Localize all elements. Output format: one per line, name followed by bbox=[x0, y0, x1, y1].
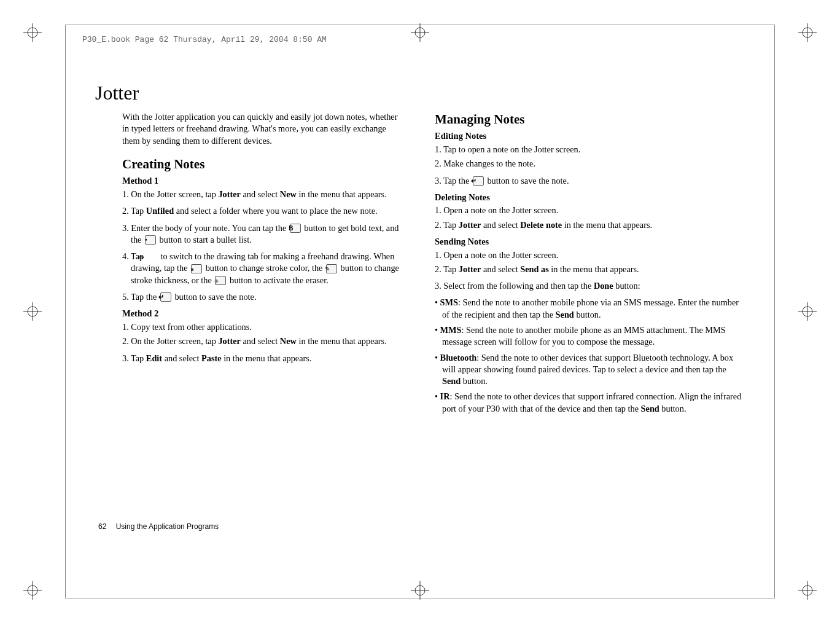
crop-mark-icon bbox=[798, 302, 817, 321]
step-text: 2. Make changes to the note. bbox=[435, 158, 745, 170]
text: and select bbox=[481, 220, 520, 230]
heading-creating-notes: Creating Notes bbox=[122, 155, 405, 173]
page-number: 62 bbox=[98, 522, 106, 531]
ui-ref-jotter: Jotter bbox=[218, 336, 241, 346]
text: and select bbox=[481, 264, 520, 274]
ui-ref-send-as: Send as bbox=[520, 264, 549, 274]
ui-ref-delete-note: Delete note bbox=[520, 220, 562, 230]
heading-editing-notes: Editing Notes bbox=[435, 130, 745, 143]
step-text: 1. Open a note on the Jotter screen. bbox=[435, 205, 745, 216]
text: 3. Select from the following and then ta… bbox=[435, 281, 594, 291]
bullet-button-icon bbox=[145, 235, 156, 245]
text: : Send the note to other devices that su… bbox=[442, 353, 733, 374]
ui-ref-jotter: Jotter bbox=[459, 220, 481, 230]
text: button. bbox=[461, 376, 488, 386]
text: 2. Tap bbox=[435, 220, 459, 230]
text: : Send the note to other devices that su… bbox=[442, 391, 741, 413]
ui-ref-send: Send bbox=[641, 404, 659, 413]
text: and select bbox=[162, 353, 201, 363]
intro-paragraph: With the Jotter application you can quic… bbox=[122, 111, 405, 147]
header-stamp: P30_E.book Page 62 Thursday, April 29, 2… bbox=[82, 35, 327, 44]
text: in the menu that appears. bbox=[549, 264, 639, 274]
text: button to start a bullet list. bbox=[157, 235, 252, 245]
crop-mark-icon bbox=[23, 302, 42, 321]
text: button to change stroke color, the bbox=[203, 263, 325, 273]
crop-mark-icon bbox=[411, 581, 429, 600]
step-text: 3. Select from the following and then ta… bbox=[435, 280, 745, 292]
ui-ref-jotter: Jotter bbox=[459, 264, 481, 274]
step-text: 1. Open a note on the Jotter screen. bbox=[435, 249, 745, 261]
step-text: 3. Enter the body of your note. You can … bbox=[122, 222, 405, 246]
text: 2. Tap bbox=[435, 264, 459, 274]
page-footer: 62 Using the Application Programs bbox=[98, 522, 219, 531]
ui-ref-send: Send bbox=[442, 376, 461, 386]
heading-managing-notes: Managing Notes bbox=[435, 111, 745, 128]
text: button. bbox=[574, 310, 601, 319]
text: 3. Enter the body of your note. You can … bbox=[122, 223, 289, 233]
ui-ref-bluetooth: Bluetooth bbox=[440, 353, 477, 362]
ui-ref-new: New bbox=[280, 336, 297, 346]
heading-method-2: Method 2 bbox=[122, 308, 405, 320]
eraser-button-icon bbox=[215, 276, 226, 285]
text: button to activate the eraser. bbox=[227, 275, 328, 285]
step-text: 2. Tap Jotter and select Send as in the … bbox=[435, 264, 745, 275]
stroke-thickness-button-icon bbox=[326, 264, 337, 273]
text: in the menu that appears. bbox=[297, 189, 387, 199]
crop-mark-icon bbox=[798, 23, 817, 42]
text: 2. Tap bbox=[122, 206, 146, 216]
save-button-icon bbox=[473, 176, 484, 186]
text: button. bbox=[659, 404, 686, 413]
ui-ref-paste: Paste bbox=[201, 353, 222, 363]
step-text: 1. Copy text from other applications. bbox=[122, 321, 405, 333]
text: 3. Tap the bbox=[435, 176, 472, 186]
text: button to save the note. bbox=[173, 292, 257, 302]
text: and select bbox=[241, 336, 280, 346]
text: button to save the note. bbox=[485, 176, 569, 186]
bullet-mms: MMS: Send the note to another mobile pho… bbox=[435, 324, 745, 348]
text: in the menu that appears. bbox=[297, 336, 387, 346]
ui-ref-unfiled: Unfiled bbox=[146, 206, 174, 216]
step-text: 2. Tap Unfiled and select a folder where… bbox=[122, 205, 405, 217]
save-button-icon bbox=[160, 292, 171, 302]
text: 3. Tap bbox=[122, 353, 146, 363]
ui-ref-sms: SMS bbox=[440, 297, 458, 307]
ui-ref-jotter: Jotter bbox=[218, 189, 241, 199]
stroke-color-button-icon bbox=[191, 264, 202, 273]
heading-sending-notes: Sending Notes bbox=[435, 236, 745, 248]
text: and select bbox=[241, 189, 280, 199]
crop-mark-icon bbox=[23, 23, 42, 42]
bullet-ir: IR: Send the note to other devices that … bbox=[435, 391, 745, 415]
step-text: 2. Tap Jotter and select Delete note in … bbox=[435, 219, 745, 231]
ui-ref-done: Done bbox=[594, 281, 613, 291]
step-text: 3. Tap Edit and select Paste in the menu… bbox=[122, 353, 405, 364]
text: in the menu that appears. bbox=[562, 220, 652, 230]
bullet-sms: SMS: Send the note to another mobile pho… bbox=[435, 297, 745, 321]
step-text: 1. On the Jotter screen, tap Jotter and … bbox=[122, 189, 405, 200]
heading-deleting-notes: Deleting Notes bbox=[435, 192, 745, 204]
step-text: 1. Tap to open a note on the Jotter scre… bbox=[435, 144, 745, 155]
page-title: Jotter bbox=[95, 80, 405, 106]
crop-mark-icon bbox=[411, 23, 429, 42]
text: 5. Tap the bbox=[122, 292, 159, 302]
text: and select a folder where you want to pl… bbox=[174, 206, 377, 216]
step-text: 3. Tap the button to save the note. bbox=[435, 175, 745, 187]
bullet-bluetooth: Bluetooth: Send the note to other device… bbox=[435, 352, 745, 388]
right-column: Managing Notes Editing Notes 1. Tap to o… bbox=[435, 80, 745, 543]
step-text: 5. Tap the button to save the note. bbox=[122, 291, 405, 303]
ui-ref-mms: MMS bbox=[440, 325, 462, 335]
ui-ref-new: New bbox=[280, 189, 297, 199]
text: : Send the note to another mobile phone … bbox=[442, 325, 726, 347]
ui-ref-edit: Edit bbox=[146, 353, 162, 363]
content-area: Jotter With the Jotter application you c… bbox=[95, 80, 745, 543]
heading-method-1: Method 1 bbox=[122, 175, 405, 187]
crop-mark-icon bbox=[798, 581, 817, 600]
ui-ref-ir: IR bbox=[440, 391, 450, 401]
step-text: 2. On the Jotter screen, tap Jotter and … bbox=[122, 335, 405, 347]
ui-ref-send: Send bbox=[556, 310, 574, 319]
bold-button-icon: B bbox=[290, 224, 301, 233]
left-column: Jotter With the Jotter application you c… bbox=[95, 80, 405, 543]
footer-section: Using the Application Programs bbox=[116, 522, 219, 531]
crop-mark-icon bbox=[23, 581, 42, 600]
step-text: 4. Tap to switch to the drawing tab for … bbox=[122, 251, 405, 286]
text: button: bbox=[613, 281, 640, 291]
